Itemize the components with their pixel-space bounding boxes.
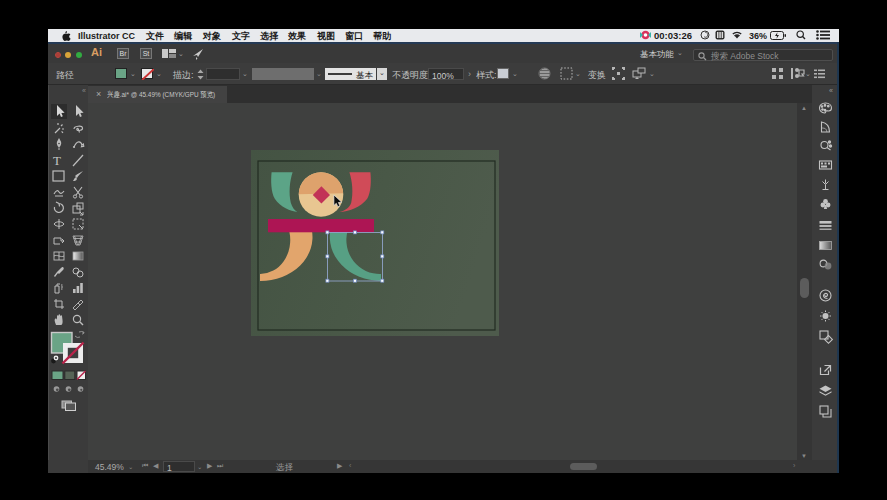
svg-text:«: « bbox=[82, 87, 86, 94]
svg-text:«: « bbox=[829, 87, 833, 94]
svg-text:T: T bbox=[53, 153, 61, 168]
